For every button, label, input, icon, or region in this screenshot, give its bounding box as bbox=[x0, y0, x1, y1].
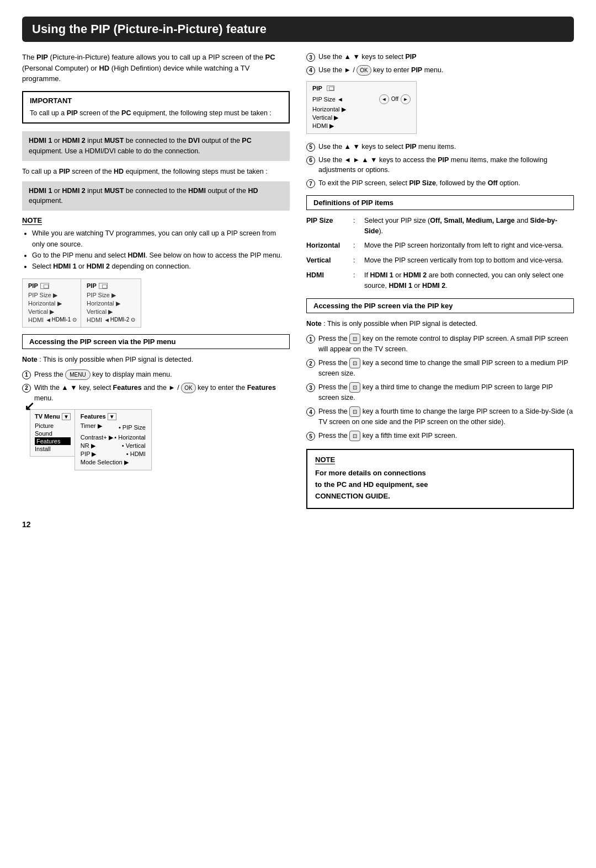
key-step-num-1: 1 bbox=[306, 335, 315, 344]
pip-menu-note: Note : This is only possible when PIP si… bbox=[22, 355, 290, 365]
pip-box-right: PIP PIP Size ▶ Horizontal ▶ Vertical ▶ H… bbox=[81, 278, 141, 328]
right-step-6: 6 Use the ◄ ► ▲ ▼ keys to access the PIP… bbox=[306, 155, 574, 176]
note-item-1: While you are watching TV programmes, yo… bbox=[32, 228, 290, 250]
left-column: The PIP (Picture-in-Picture) feature all… bbox=[22, 52, 290, 509]
definitions-header: Definitions of PIP items bbox=[306, 195, 574, 210]
step-num-4: 4 bbox=[306, 66, 315, 75]
pip-box-left: PIP PIP Size ▶ Horizontal ▶ Vertical ▶ H… bbox=[22, 278, 83, 328]
def-hdmi: HDMI : If HDMI 1 or HDMI 2 are both conn… bbox=[306, 270, 574, 291]
note-bottom-box: NOTE For more details on connectionsto t… bbox=[306, 449, 574, 508]
pip-remote-btn-1: ⊡ bbox=[349, 334, 360, 344]
right-step-7: 7 To exit the PIP screen, select PIP Siz… bbox=[306, 178, 574, 189]
step-num-2: 2 bbox=[22, 384, 31, 393]
step-num-1: 1 bbox=[22, 371, 31, 379]
tv-menu-diagram: ↙ TV Menu ▼ Picture Sound Features Insta… bbox=[30, 409, 290, 470]
pip-key-step-5: 5 Press the ⊡ key a fifth time exit PIP … bbox=[306, 431, 574, 441]
menu-button: MENU bbox=[65, 369, 90, 380]
pip-remote-btn-4: ⊡ bbox=[349, 406, 360, 417]
pip-icon-right bbox=[99, 283, 108, 289]
gray-box-2: HDMI 1 or HDMI 2 input MUST be connected… bbox=[22, 181, 290, 211]
def-pip-size: PIP Size : Select your PIP size (Off, Sm… bbox=[306, 216, 574, 237]
hd-intro: To call up a PIP screen of the HD equipm… bbox=[22, 167, 290, 177]
key-step-num-3: 3 bbox=[306, 383, 315, 392]
pip-remote-btn-5: ⊡ bbox=[349, 431, 360, 441]
def-vertical: Vertical : Move the PIP screen verticall… bbox=[306, 255, 574, 266]
important-title: IMPORTANT bbox=[30, 97, 282, 105]
note-title: NOTE bbox=[22, 216, 42, 225]
right-mid-steps: 5 Use the ▲ ▼ keys to select PIP menu it… bbox=[306, 142, 574, 189]
note-item-3: Select HDMI 1 or HDMI 2 depending on con… bbox=[32, 261, 290, 272]
pip-remote-btn-3: ⊡ bbox=[349, 382, 360, 393]
pip-key-step-4: 4 Press the ⊡ key a fourth time to chang… bbox=[306, 406, 574, 427]
pip-icon-size bbox=[327, 85, 334, 91]
def-horizontal: Horizontal : Move the PIP screen horizon… bbox=[306, 240, 574, 251]
tv-menu-box: TV Menu ▼ Picture Sound Features Install bbox=[30, 409, 76, 457]
pip-step-2: 2 With the ▲ ▼ key, select Features and … bbox=[22, 383, 290, 404]
key-step-num-2: 2 bbox=[306, 359, 315, 368]
corner-arrow: ↙ bbox=[24, 399, 34, 414]
pip-menu-diagrams: PIP PIP Size ▶ Horizontal ▶ Vertical ▶ H… bbox=[22, 278, 290, 328]
pip-key-step-1: 1 Press the ⊡ key on the remote control … bbox=[306, 334, 574, 355]
note-bottom-title: NOTE bbox=[315, 456, 335, 464]
note-item-2: Go to the PIP menu and select HDMI. See … bbox=[32, 250, 290, 261]
page-title: Using the PIP (Picture-in-Picture) featu… bbox=[22, 17, 574, 42]
important-box: IMPORTANT To call up a PIP screen of the… bbox=[22, 91, 290, 124]
step-num-5: 5 bbox=[306, 143, 315, 152]
important-text: To call up a PIP screen of the PC equipm… bbox=[30, 108, 282, 119]
note-list: While you are watching TV programmes, yo… bbox=[32, 228, 290, 272]
intro-text: The PIP (Picture-in-Picture) feature all… bbox=[22, 52, 290, 84]
key-step-num-4: 4 bbox=[306, 408, 315, 416]
right-step-3: 3 Use the ▲ ▼ keys to select PIP bbox=[306, 52, 574, 62]
pip-key-note: Note : This is only possible when PIP si… bbox=[306, 319, 574, 329]
pip-icon-left bbox=[40, 283, 49, 289]
ok-button-4: OK bbox=[356, 65, 371, 76]
pip-key-step-3: 3 Press the ⊡ key a third time to change… bbox=[306, 382, 574, 403]
note-bottom-text: For more details on connectionsto the PC… bbox=[315, 468, 565, 502]
page-number: 12 bbox=[22, 520, 574, 529]
pip-left-btn: ◄ bbox=[379, 94, 389, 104]
step-num-3: 3 bbox=[306, 53, 315, 62]
pip-key-step-2: 2 Press the ⊡ key a second time to chang… bbox=[306, 358, 574, 379]
key-step-num-5: 5 bbox=[306, 432, 315, 441]
step-num-7: 7 bbox=[306, 179, 315, 188]
pip-size-menu: PIP PIP Size ◄ ◄ Off ► Horizontal ▶ Vert… bbox=[306, 81, 417, 134]
step-num-6: 6 bbox=[306, 156, 315, 165]
right-column: 3 Use the ▲ ▼ keys to select PIP 4 Use t… bbox=[306, 52, 574, 509]
features-box: Features ▼ Timer ▶ • PIP Size Contrast+ … bbox=[74, 409, 152, 470]
pip-step-1: 1 Press the MENU key to display main men… bbox=[22, 369, 290, 380]
pip-remote-btn-2: ⊡ bbox=[349, 358, 360, 368]
note-section: NOTE While you are watching TV programme… bbox=[22, 216, 290, 272]
right-top-steps: 3 Use the ▲ ▼ keys to select PIP 4 Use t… bbox=[306, 52, 574, 76]
definitions-section: PIP Size : Select your PIP size (Off, Sm… bbox=[306, 216, 574, 291]
right-step-5: 5 Use the ▲ ▼ keys to select PIP menu it… bbox=[306, 142, 574, 152]
right-step-4: 4 Use the ► / OK key to enter PIP menu. bbox=[306, 65, 574, 76]
ok-button-2: OK bbox=[181, 383, 195, 393]
pip-key-section-header: Accessing the PIP screen via the PIP key bbox=[306, 298, 574, 313]
pip-key-steps-list: 1 Press the ⊡ key on the remote control … bbox=[306, 334, 574, 441]
pip-menu-section-header: Accessing the PIP screen via the PIP men… bbox=[22, 334, 290, 349]
pip-right-btn: ► bbox=[401, 94, 411, 104]
pip-menu-steps-list: 1 Press the MENU key to display main men… bbox=[22, 369, 290, 404]
gray-box-1: HDMI 1 or HDMI 2 input MUST be connected… bbox=[22, 131, 290, 161]
